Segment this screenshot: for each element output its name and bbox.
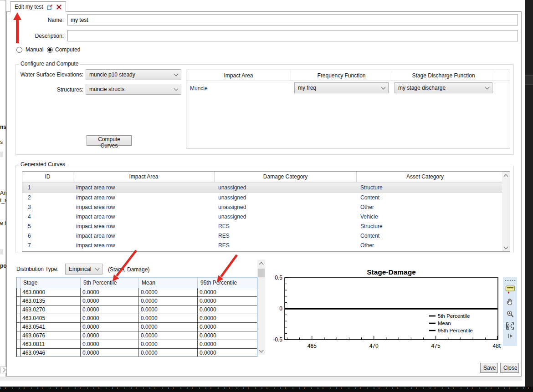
cell-stage[interactable]: 463.0946	[20, 349, 81, 357]
pan-hand-icon[interactable]	[506, 298, 514, 306]
cell-95th[interactable]: 0.0000	[198, 305, 257, 314]
y-tick-label: 0.5	[275, 275, 282, 281]
cell-mean[interactable]: 0.0000	[139, 305, 198, 314]
frequency-function-value: my freq	[298, 85, 316, 91]
table-row[interactable]: 463.00000.00000.00000.0000	[17, 288, 257, 297]
cell-mean[interactable]: 0.0000	[139, 297, 198, 305]
row-stub	[17, 297, 20, 305]
table-row[interactable]: 463.04050.00000.00000.0000	[17, 314, 257, 323]
cell-mean[interactable]: 0.0000	[139, 340, 198, 349]
scroll-down-button[interactable]	[257, 347, 265, 355]
close-icon[interactable]	[56, 5, 62, 10]
close-button[interactable]: Close	[500, 363, 519, 373]
table-row[interactable]: 6 impact area row RES Content	[22, 231, 510, 240]
compute-curves-button[interactable]: Compute Curves	[87, 135, 132, 146]
gen-header-id: ID	[22, 172, 73, 182]
cell-95th[interactable]: 0.0000	[198, 340, 257, 349]
cell-5th[interactable]: 0.0000	[81, 323, 139, 331]
cell-id: 6	[22, 233, 73, 239]
cell-id: 2	[22, 194, 73, 201]
wse-combobox[interactable]: muncie p10 steady	[86, 69, 181, 80]
cell-stage[interactable]: 463.0000	[20, 288, 81, 297]
cell-95th[interactable]: 0.0000	[198, 297, 257, 305]
chevron-down-icon	[174, 87, 179, 91]
table-row[interactable]: 2 impact area row unassigned Content	[22, 193, 510, 202]
cell-id: 3	[22, 204, 73, 210]
distribution-type-combobox[interactable]: Empirical	[65, 264, 102, 275]
cell-stage[interactable]: 463.0135	[20, 297, 81, 305]
cell-mean[interactable]: 0.0000	[139, 323, 198, 331]
cell-id: 1	[22, 184, 73, 191]
scroll-down-button[interactable]	[502, 244, 510, 251]
table-row[interactable]: 3 impact area row unassigned Other	[22, 202, 510, 212]
chevron-down-icon	[174, 72, 179, 76]
cell-5th[interactable]: 0.0000	[81, 331, 139, 340]
mapping-table-header: Impact Area Frequency Function Stage Dis…	[186, 70, 510, 81]
annotation-arrow-95th	[213, 253, 239, 283]
description-input[interactable]	[67, 30, 518, 41]
stage-discharge-combobox[interactable]: my stage discharge	[395, 82, 492, 93]
chart-title: Stage-Damage	[367, 268, 416, 276]
cell-mean[interactable]: 0.0000	[139, 349, 198, 357]
chevron-down-icon	[485, 85, 490, 90]
cell-stage[interactable]: 463.0270	[20, 305, 81, 314]
zoom-to-extent-icon[interactable]	[506, 322, 514, 330]
frequency-function-combobox[interactable]: my freq	[294, 82, 389, 93]
cell-mean[interactable]: 0.0000	[139, 331, 198, 340]
row-stub	[17, 278, 20, 288]
radio-manual[interactable]	[16, 47, 22, 53]
table-row[interactable]: 463.09460.00000.00000.0000	[17, 349, 257, 357]
cell-damage-category: unassigned	[215, 194, 357, 201]
cell-id: 5	[22, 223, 73, 229]
table-row[interactable]: 463.02700.00000.00000.0000	[17, 305, 257, 314]
radio-computed[interactable]	[47, 47, 53, 53]
zoom-in-icon[interactable]	[506, 310, 514, 318]
cell-id: 4	[22, 214, 73, 220]
cell-stage[interactable]: 463.0676	[20, 331, 81, 340]
cell-damage-category: RES	[215, 242, 357, 249]
chevron-right-icon	[1, 368, 5, 372]
scroll-up-button[interactable]	[257, 260, 265, 267]
cell-stage[interactable]: 463.0405	[20, 314, 81, 323]
cell-5th[interactable]: 0.0000	[81, 288, 139, 297]
generated-table-scrollbar[interactable]	[502, 172, 510, 251]
scroll-up-button[interactable]	[502, 172, 510, 179]
table-row[interactable]: 1 impact area row unassigned Structure	[22, 182, 510, 193]
name-input[interactable]	[67, 14, 518, 25]
cell-5th[interactable]: 0.0000	[81, 340, 139, 349]
data-tooltip-icon[interactable]	[505, 285, 515, 294]
popout-icon[interactable]	[47, 4, 53, 10]
cell-asset-category: Content	[357, 194, 493, 201]
table-row[interactable]: 4 impact area row unassigned Vehicle	[22, 212, 510, 221]
table-row[interactable]: 463.08110.00000.00000.0000	[17, 340, 257, 349]
structures-combobox[interactable]: muncie structs	[86, 84, 181, 95]
tab-edit-my-test[interactable]: Edit my test	[10, 1, 66, 12]
status-strip	[0, 377, 522, 381]
table-row[interactable]: 463.05410.00000.00000.0000	[17, 323, 257, 331]
generated-legend: Generated Curves	[19, 161, 67, 168]
table-row[interactable]: 5 impact area row RES Structure	[22, 221, 510, 231]
cell-mean[interactable]: 0.0000	[139, 288, 198, 297]
table-row[interactable]: 463.01350.00000.00000.0000	[17, 297, 257, 305]
collapse-panel-icon[interactable]	[507, 334, 513, 338]
scrollbar-thumb[interactable]	[258, 269, 265, 277]
cell-95th[interactable]: 0.0000	[198, 331, 257, 340]
drag-handle-dots-icon[interactable]	[505, 280, 515, 281]
cell-asset-category: Structure	[357, 184, 493, 191]
table-row[interactable]: 463.06760.00000.00000.0000	[17, 331, 257, 340]
cell-95th[interactable]: 0.0000	[198, 288, 257, 297]
cell-mean[interactable]: 0.0000	[139, 314, 198, 323]
percentile-scrollbar[interactable]	[257, 260, 265, 355]
cell-5th[interactable]: 0.0000	[81, 349, 139, 357]
save-button[interactable]: Save	[480, 363, 498, 373]
cell-95th[interactable]: 0.0000	[198, 323, 257, 331]
cell-5th[interactable]: 0.0000	[81, 314, 139, 323]
cell-95th[interactable]: 0.0000	[198, 314, 257, 323]
cell-5th[interactable]: 0.0000	[81, 297, 139, 305]
cell-95th[interactable]: 0.0000	[198, 349, 257, 357]
cell-asset-category: Vehicle	[357, 214, 493, 220]
cell-stage[interactable]: 463.0541	[20, 323, 81, 331]
cell-5th[interactable]: 0.0000	[81, 305, 139, 314]
cell-stage[interactable]: 463.0811	[20, 340, 81, 349]
table-row[interactable]: 7 impact area row RES Other	[22, 240, 510, 250]
